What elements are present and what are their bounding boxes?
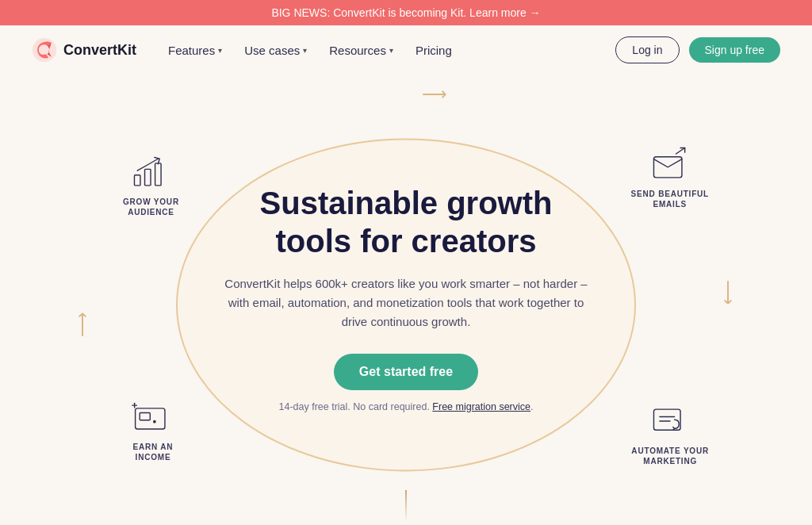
automate-label: AUTOMATE YOURMARKETING xyxy=(631,446,709,466)
hero-trial-text: 14-day free trial. No card required. Fre… xyxy=(224,401,588,412)
earn-label: EARN ANINCOME xyxy=(133,442,174,462)
feature-automate: AUTOMATE YOURMARKETING xyxy=(631,403,709,466)
svg-rect-2 xyxy=(145,169,151,186)
svg-rect-3 xyxy=(155,163,161,186)
hero-subtitle: ConvertKit helps 600k+ creators like you… xyxy=(224,274,588,331)
feature-earn: EARN ANINCOME xyxy=(131,399,175,462)
email-icon xyxy=(648,146,692,184)
earn-icon xyxy=(131,399,175,437)
logo-icon xyxy=(32,37,57,63)
hero-title: Sustainable growth tools for creators xyxy=(224,184,588,260)
get-started-button[interactable]: Get started free xyxy=(334,354,478,390)
signup-button[interactable]: Sign up free xyxy=(689,37,781,63)
hero-section: ⟶ ⟶ ⟶ GROW YOURAUDIENCE SEND BEAUTIFULEM… xyxy=(0,75,812,522)
feature-grow: GROW YOURAUDIENCE xyxy=(123,154,179,217)
svg-rect-9 xyxy=(140,412,150,420)
login-button[interactable]: Log in xyxy=(615,36,679,63)
chevron-down-icon: ▾ xyxy=(389,46,393,55)
nav-links: Features ▾ Use cases ▾ Resources ▾ Prici… xyxy=(168,44,615,57)
chevron-down-icon: ▾ xyxy=(218,46,222,55)
grow-label: GROW YOURAUDIENCE xyxy=(123,197,179,217)
feature-email: SEND BEAUTIFULEMAILS xyxy=(631,146,709,209)
svg-rect-1 xyxy=(135,175,140,186)
nav-actions: Log in Sign up free xyxy=(615,36,780,63)
migration-link[interactable]: Free migration service xyxy=(432,401,530,412)
nav-use-cases[interactable]: Use cases ▾ xyxy=(244,44,307,57)
arrow-left-icon: ⟶ xyxy=(72,312,93,337)
email-label: SEND BEAUTIFULEMAILS xyxy=(631,189,709,209)
logo-link[interactable]: ConvertKit xyxy=(32,37,136,63)
chevron-down-icon: ▾ xyxy=(303,46,307,55)
nav-resources[interactable]: Resources ▾ xyxy=(329,44,393,57)
announcement-bar: BIG NEWS: ConvertKit is becoming Kit. Le… xyxy=(0,0,812,25)
navbar: ConvertKit Features ▾ Use cases ▾ Resour… xyxy=(0,25,812,75)
svg-point-0 xyxy=(33,38,56,62)
nav-features[interactable]: Features ▾ xyxy=(168,44,222,57)
hero-content: Sustainable growth tools for creators Co… xyxy=(224,184,588,412)
logo-text: ConvertKit xyxy=(63,42,136,59)
announcement-text[interactable]: BIG NEWS: ConvertKit is becoming Kit. Le… xyxy=(271,6,540,19)
nav-pricing[interactable]: Pricing xyxy=(416,44,452,57)
arrow-right-icon: ⟶ xyxy=(718,280,738,305)
bottom-line xyxy=(405,490,407,522)
automate-icon xyxy=(648,403,692,441)
svg-point-10 xyxy=(153,420,156,423)
arrow-top-icon: ⟶ xyxy=(422,84,447,105)
grow-icon xyxy=(128,154,173,192)
